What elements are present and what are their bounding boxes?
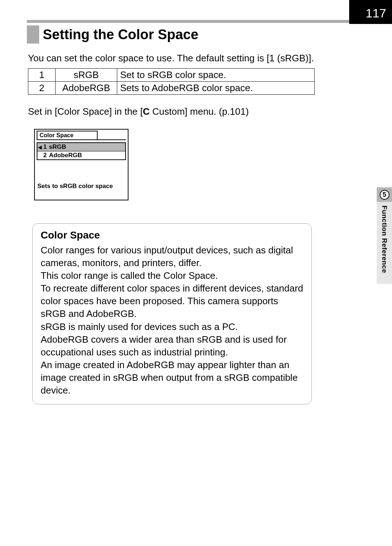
setin-before: Set in [Color Space] in the [	[28, 106, 143, 117]
intro-text: You can set the color space to use. The …	[28, 53, 314, 64]
table-row: 2 AdobeRGB Sets to AdobeRGB color space.	[28, 82, 315, 95]
chapter-marker: 5	[377, 187, 392, 202]
page-number: 117	[366, 6, 386, 20]
chapter-label-tab: Function Reference	[377, 202, 392, 284]
options-table: 1 sRGB Set to sRGB color space. 2 AdobeR…	[28, 68, 315, 95]
heading-marker	[27, 25, 39, 44]
menu-item-label: sRGB	[48, 143, 66, 151]
info-box: Color Space Color ranges for various inp…	[32, 223, 312, 404]
info-title: Color Space	[41, 229, 303, 241]
option-number: 1	[28, 69, 56, 82]
menu-item: 2 AdobeRGB	[37, 151, 125, 159]
chapter-label: Function Reference	[380, 205, 388, 273]
left-arrow-icon: ◀	[37, 144, 42, 150]
chapter-number: 5	[383, 191, 386, 199]
info-body: Color ranges for various input/output de…	[41, 244, 303, 397]
menu-help-text: Sets to sRGB color space	[37, 183, 113, 190]
page-number-box: 117	[349, 0, 392, 24]
custom-icon: C	[143, 106, 150, 117]
menu-item-label: AdobeRGB	[48, 152, 82, 159]
set-in-text: Set in [Color Space] in the [C Custom] m…	[28, 106, 249, 117]
option-name: AdobeRGB	[56, 82, 117, 95]
option-desc: Sets to AdobeRGB color space.	[117, 82, 315, 95]
heading: Setting the Color Space	[27, 25, 199, 44]
menu-item-number: 1	[42, 143, 48, 151]
menu-tab: Color Space	[37, 131, 98, 139]
setin-after: Custom] menu. (p.101)	[150, 106, 249, 117]
table-row: 1 sRGB Set to sRGB color space.	[28, 69, 315, 82]
menu-list: ◀ 1 sRGB 2 AdobeRGB	[37, 142, 126, 160]
menu-tabline	[37, 139, 126, 140]
menu-item-number: 2	[42, 152, 48, 159]
option-number: 2	[28, 82, 56, 95]
chapter-number-circle: 5	[380, 190, 389, 200]
option-name: sRGB	[56, 69, 117, 82]
heading-text: Setting the Color Space	[43, 25, 199, 44]
header-rule	[27, 20, 362, 23]
menu-item-selected: ◀ 1 sRGB	[37, 143, 125, 151]
menu-screenshot: Color Space ◀ 1 sRGB 2 AdobeRGB Sets to …	[34, 129, 128, 200]
option-desc: Set to sRGB color space.	[117, 69, 315, 82]
